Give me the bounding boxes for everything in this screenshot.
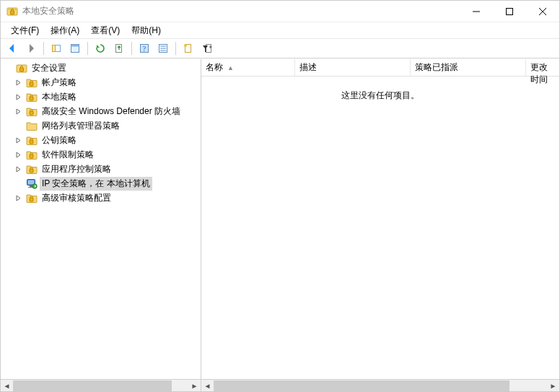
toolbar-separator [87, 42, 88, 55]
expand-icon[interactable] [15, 94, 25, 100]
tree-item[interactable]: 公钥策略 [2, 133, 201, 147]
filter-button[interactable] [198, 40, 216, 56]
tree-horizontal-scrollbar[interactable]: ◄ ► [1, 379, 201, 391]
properties-button[interactable] [66, 40, 84, 56]
list-body[interactable]: 这里没有任何项目。 [201, 77, 559, 379]
tree-view[interactable]: 安全设置 帐户策略 本地策略 高级安全 Windows Defender 防火墙… [1, 59, 201, 379]
svg-text:?: ? [143, 45, 146, 53]
help-button[interactable]: ? [136, 40, 153, 56]
tree-item-label: 帐户策略 [40, 76, 79, 90]
expand-icon[interactable] [15, 166, 25, 173]
expand-icon[interactable] [15, 108, 25, 115]
svg-rect-7 [71, 45, 79, 47]
svg-rect-28 [30, 198, 33, 201]
expand-icon[interactable] [15, 195, 25, 201]
toolbar-separator [43, 42, 44, 55]
column-assigned[interactable]: 策略已指派 [411, 59, 526, 76]
list-horizontal-scrollbar[interactable]: ◄ ► [201, 379, 559, 391]
svg-rect-24 [28, 180, 35, 185]
tree-item[interactable]: 本地策略 [2, 90, 201, 104]
forward-button[interactable] [22, 40, 40, 56]
tree-item[interactable]: 帐户策略 [2, 75, 201, 90]
menu-help[interactable]: 帮助(H) [126, 23, 167, 38]
menu-action[interactable]: 操作(A) [45, 23, 85, 38]
ip-policy-icon [25, 177, 38, 190]
create-policy-button[interactable] [180, 40, 197, 56]
locked-folder-icon [25, 191, 38, 204]
tree-item-label: 网络列表管理器策略 [40, 119, 122, 133]
tree-item[interactable]: 应用程序控制策略 [2, 162, 201, 176]
svg-rect-2 [11, 11, 14, 14]
main-area: 安全设置 帐户策略 本地策略 高级安全 Windows Defender 防火墙… [1, 58, 559, 391]
tree-item-label: 应用程序控制策略 [40, 162, 113, 176]
locked-folder-icon [25, 134, 38, 147]
tree-item-label: 公钥策略 [40, 134, 79, 147]
tree-pane: 安全设置 帐户策略 本地策略 高级安全 Windows Defender 防火墙… [1, 59, 201, 391]
maximize-button[interactable] [493, 1, 526, 22]
column-name-label: 名称 [206, 61, 223, 74]
menu-file[interactable]: 文件(F) [5, 23, 45, 38]
show-hide-tree-button[interactable] [48, 40, 65, 56]
sort-ascending-icon: ▲ [227, 64, 234, 71]
tree-item-label: IP 安全策略，在 本地计算机 [40, 177, 152, 191]
refresh-button[interactable] [92, 40, 109, 56]
tree-root-label: 安全设置 [30, 61, 69, 75]
svg-rect-18 [30, 97, 33, 100]
toolbar: ? [1, 38, 559, 58]
svg-rect-21 [30, 154, 33, 158]
tree-item[interactable]: 高级审核策略配置 [2, 191, 201, 205]
svg-rect-22 [30, 169, 33, 173]
close-button[interactable] [526, 1, 559, 22]
app-window: 本地安全策略 文件(F) 操作(A) 查看(V) 帮助(H) [0, 0, 560, 392]
locked-folder-icon [25, 162, 38, 175]
svg-rect-19 [30, 111, 33, 115]
tree-item-label: 高级安全 Windows Defender 防火墙 [40, 105, 183, 118]
svg-rect-3 [507, 8, 513, 14]
scroll-left-icon[interactable]: ◄ [1, 380, 13, 391]
toolbar-separator [175, 42, 176, 55]
tree-item[interactable]: 高级安全 Windows Defender 防火墙 [2, 104, 201, 118]
svg-rect-5 [53, 45, 56, 52]
locked-folder-icon [25, 76, 38, 89]
locked-folder-icon [25, 90, 38, 103]
back-button[interactable] [4, 40, 21, 56]
svg-rect-20 [30, 140, 33, 144]
empty-list-message: 这里没有任何项目。 [341, 90, 419, 102]
scroll-left-icon[interactable]: ◄ [201, 380, 214, 391]
window-title: 本地安全策略 [22, 5, 460, 17]
scroll-right-icon[interactable]: ► [188, 380, 201, 391]
tree-item-label: 高级审核策略配置 [40, 191, 113, 205]
svg-rect-16 [20, 68, 24, 71]
tree-item[interactable]: 软件限制策略 [2, 147, 201, 162]
tree-item-label: 本地策略 [40, 90, 79, 104]
menu-bar: 文件(F) 操作(A) 查看(V) 帮助(H) [1, 22, 559, 38]
list-header: 名称 ▲ 描述 策略已指派 上次更改时间 [201, 59, 559, 77]
expand-icon[interactable] [15, 137, 25, 144]
column-assigned-label: 策略已指派 [415, 61, 458, 74]
svg-rect-17 [30, 82, 33, 86]
minimize-button[interactable] [460, 1, 493, 22]
folder-icon [25, 119, 38, 132]
expand-icon[interactable] [15, 79, 25, 86]
column-name[interactable]: 名称 ▲ [201, 59, 295, 76]
menu-view[interactable]: 查看(V) [85, 23, 126, 38]
column-description-label: 描述 [299, 61, 317, 74]
tree-item[interactable]: 网络列表管理器策略 [2, 118, 201, 133]
column-description[interactable]: 描述 [295, 59, 411, 76]
titlebar: 本地安全策略 [1, 1, 559, 22]
toolbar-separator [131, 42, 132, 55]
manage-lists-button[interactable] [154, 40, 172, 56]
tree-item[interactable]: IP 安全策略，在 本地计算机 [2, 176, 201, 191]
locked-folder-icon [25, 105, 38, 118]
scrollbar-thumb[interactable] [214, 380, 509, 391]
expand-icon[interactable] [15, 152, 25, 158]
locked-folder-icon [25, 148, 38, 161]
list-pane: 名称 ▲ 描述 策略已指派 上次更改时间 这里没有任何项目。 ◄ ► [201, 59, 559, 391]
tree-root[interactable]: 安全设置 [2, 61, 201, 75]
scrollbar-thumb[interactable] [13, 380, 172, 391]
app-icon [6, 6, 18, 17]
export-list-button[interactable] [110, 40, 128, 56]
window-controls [460, 1, 559, 22]
scroll-right-icon[interactable]: ► [547, 380, 559, 391]
column-last-changed[interactable]: 上次更改时间 [526, 59, 559, 76]
